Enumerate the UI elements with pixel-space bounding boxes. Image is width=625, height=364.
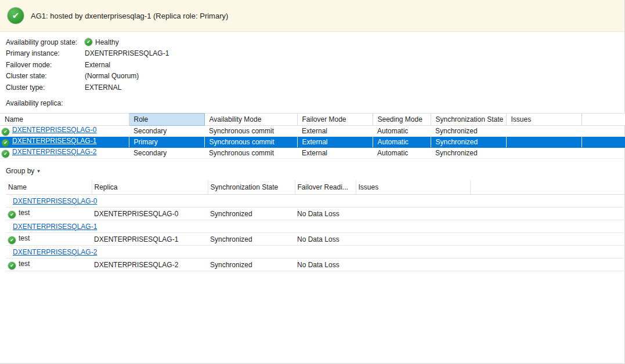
replica-filler-cell	[581, 125, 625, 136]
db-group-header[interactable]: DXENTERPRISESQLAG-2	[6, 246, 625, 259]
db-filler-cell	[470, 208, 625, 220]
replica-issues	[506, 125, 581, 136]
replica-col-role[interactable]: Role	[129, 113, 204, 125]
replica-seeding-mode: Automatic	[373, 125, 431, 136]
summary-row-failover-mode: Failover mode: External	[6, 59, 624, 71]
db-col-failover-readiness[interactable]: Failover Readi...	[295, 180, 356, 195]
healthy-check-icon: ✔	[8, 211, 16, 219]
db-failover-readiness: No Data Loss	[295, 208, 356, 220]
summary-value: DXENTERPRISESQLAG-1	[85, 49, 169, 57]
replica-group-link[interactable]: DXENTERPRISESQLAG-2	[13, 248, 97, 256]
replica-failover-mode: External	[297, 136, 373, 147]
replica-row[interactable]: ✔DXENTERPRISESQLAG-0 Secondary Synchrono…	[0, 125, 625, 136]
replica-role: Secondary	[129, 147, 204, 158]
summary-label: Cluster state:	[6, 72, 85, 80]
db-replica: DXENTERPRISESQLAG-0	[92, 208, 208, 220]
summary-label: Cluster type:	[6, 83, 85, 92]
replica-issues	[506, 147, 581, 158]
db-col-filler	[470, 180, 625, 195]
db-name: test	[19, 209, 30, 217]
db-issues	[356, 208, 470, 220]
replica-group-link[interactable]: DXENTERPRISESQLAG-0	[13, 197, 97, 205]
db-issues	[356, 259, 470, 271]
replica-synchronization-state: Synchronized	[431, 147, 506, 158]
replica-col-synchronization-state[interactable]: Synchronization State	[431, 113, 506, 125]
replica-col-issues[interactable]: Issues	[506, 113, 581, 125]
db-group-header[interactable]: DXENTERPRISESQLAG-1	[6, 220, 625, 233]
summary-label: Availability group state:	[6, 38, 85, 46]
replica-col-seeding-mode[interactable]: Seeding Mode	[373, 113, 431, 125]
db-filler-cell	[470, 259, 625, 271]
healthy-check-icon: ✔	[2, 128, 9, 136]
summary-label: Failover mode:	[6, 61, 85, 69]
healthy-check-icon: ✔	[8, 262, 16, 270]
replica-issues	[506, 136, 581, 147]
replica-link[interactable]: DXENTERPRISESQLAG-2	[12, 148, 96, 156]
ag-dashboard: ✔ AG1: hosted by dxenterprisesqlag-1 (Re…	[0, 0, 625, 364]
replica-row-selected[interactable]: ✔DXENTERPRISESQLAG-1 Primary Synchronous…	[0, 136, 625, 147]
page-title: AG1: hosted by dxenterprisesqlag-1 (Repl…	[31, 12, 228, 20]
db-failover-readiness: No Data Loss	[295, 233, 356, 246]
replica-table-header-row: Name Role Availability Mode Failover Mod…	[0, 113, 625, 125]
db-replica: DXENTERPRISESQLAG-1	[92, 233, 208, 246]
replica-col-failover-mode[interactable]: Failover Mode	[297, 113, 373, 125]
summary-row-cluster-state: Cluster state: (Normal Quorum)	[6, 71, 624, 82]
db-col-synchronization-state[interactable]: Synchronization State	[208, 180, 295, 195]
healthy-check-icon: ✔	[8, 236, 16, 244]
summary-row-primary-instance: Primary instance: DXENTERPRISESQLAG-1	[6, 48, 624, 60]
ag-healthy-icon: ✔	[8, 8, 24, 24]
healthy-check-icon: ✔	[2, 139, 9, 147]
group-by-dropdown[interactable]: Group by ▾	[6, 167, 40, 175]
summary-value: External	[85, 61, 110, 69]
db-synchronization-state: Synchronized	[208, 233, 295, 246]
replica-filler-cell	[581, 147, 625, 158]
availability-replica-table: Name Role Availability Mode Failover Mod…	[0, 113, 625, 159]
replica-synchronization-state: Synchronized	[431, 136, 506, 147]
replica-failover-mode: External	[297, 125, 373, 136]
replica-link[interactable]: DXENTERPRISESQLAG-0	[12, 126, 96, 134]
replica-seeding-mode: Automatic	[373, 147, 431, 158]
summary-value: (Normal Quorum)	[85, 72, 139, 80]
db-issues	[356, 233, 470, 246]
db-col-name[interactable]: Name	[6, 180, 92, 195]
db-col-replica[interactable]: Replica	[92, 180, 208, 195]
db-group-header[interactable]: DXENTERPRISESQLAG-0	[6, 195, 625, 208]
db-synchronization-state: Synchronized	[208, 259, 295, 271]
db-name: test	[19, 234, 30, 242]
summary-row-cluster-type: Cluster type: EXTERNAL	[6, 82, 624, 93]
summary-value: EXTERNAL	[85, 83, 121, 92]
replica-failover-mode: External	[297, 147, 373, 158]
chevron-down-icon: ▾	[37, 168, 40, 174]
replica-availability-mode: Synchronous commit	[204, 125, 297, 136]
database-table-header-row: Name Replica Synchronization State Failo…	[6, 180, 625, 195]
db-col-issues[interactable]: Issues	[356, 180, 470, 195]
database-table: Name Replica Synchronization State Failo…	[6, 180, 625, 272]
replica-seeding-mode: Automatic	[373, 136, 431, 147]
replica-col-name[interactable]: Name	[0, 113, 129, 125]
db-name: test	[19, 260, 30, 268]
ag-summary: Availability group state: ✔ Healthy Prim…	[0, 32, 624, 93]
db-synchronization-state: Synchronized	[208, 208, 295, 220]
replica-row[interactable]: ✔DXENTERPRISESQLAG-2 Secondary Synchrono…	[0, 147, 625, 158]
replica-synchronization-state: Synchronized	[431, 125, 506, 136]
replica-role: Secondary	[129, 125, 204, 136]
summary-row-group-state: Availability group state: ✔ Healthy	[6, 37, 624, 48]
replica-role: Primary	[129, 136, 204, 147]
db-replica: DXENTERPRISESQLAG-2	[92, 259, 208, 271]
replica-group-link[interactable]: DXENTERPRISESQLAG-1	[13, 223, 97, 231]
replica-availability-mode: Synchronous commit	[204, 147, 297, 158]
db-row[interactable]: ✔test DXENTERPRISESQLAG-1 Synchronized N…	[6, 233, 625, 246]
healthy-check-icon: ✔	[85, 38, 92, 46]
db-row[interactable]: ✔test DXENTERPRISESQLAG-0 Synchronized N…	[6, 208, 625, 220]
replica-availability-mode: Synchronous commit	[204, 136, 297, 147]
replica-col-availability-mode[interactable]: Availability Mode	[204, 113, 297, 125]
replica-link[interactable]: DXENTERPRISESQLAG-1	[12, 137, 96, 145]
summary-value: Healthy	[95, 38, 119, 46]
db-filler-cell	[470, 233, 625, 246]
healthy-check-icon: ✔	[2, 150, 9, 158]
summary-label: Primary instance:	[6, 49, 85, 57]
replica-filler-cell	[581, 136, 625, 147]
db-row[interactable]: ✔test DXENTERPRISESQLAG-2 Synchronized N…	[6, 259, 625, 271]
db-failover-readiness: No Data Loss	[295, 259, 356, 271]
replica-col-filler	[581, 113, 625, 125]
